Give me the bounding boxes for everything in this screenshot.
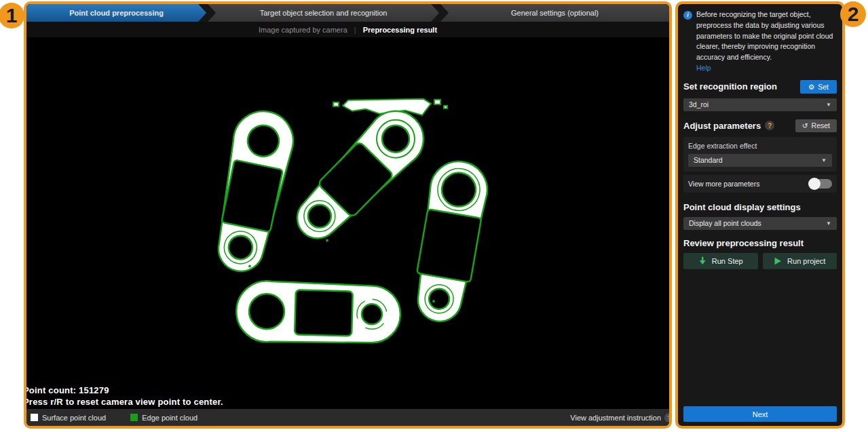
point-cloud-canvas[interactable]	[26, 37, 669, 409]
chevron-down-icon: ▼	[826, 220, 831, 227]
run-step-button[interactable]: Run Step	[683, 253, 758, 269]
callout-badge-2: 2	[840, 1, 866, 27]
point-cloud-part-4	[235, 280, 401, 345]
view-adjustment-label[interactable]: View adjustment instruction	[570, 414, 661, 422]
subtab-separator: |	[354, 26, 356, 34]
reset-button-label: Reset	[812, 121, 830, 130]
roi-dropdown-value: 3d_roi	[689, 100, 709, 109]
run-step-icon	[698, 256, 706, 265]
next-button[interactable]: Next	[683, 406, 837, 422]
view-subtabs: Image captured by camera | Preprocessing…	[26, 22, 669, 37]
info-banner: i Before recognizing the target object, …	[683, 9, 837, 63]
point-cloud-part-2	[284, 100, 435, 252]
chevron-down-icon: ▼	[821, 157, 827, 163]
reset-hint-text: Press r/R to reset camera view point to …	[26, 396, 223, 408]
info-text: Before recognizing the target object, pr…	[696, 9, 837, 63]
point-cloud-viewport[interactable]: Point count: 151279 Press r/R to reset c…	[26, 37, 669, 409]
edge-color-swatch	[130, 414, 138, 421]
subtab-preprocessing-result[interactable]: Preprocessing result	[363, 26, 437, 34]
subtab-image-captured[interactable]: Image captured by camera	[259, 26, 347, 34]
main-region-frame: Point cloud preprocessing Target object …	[24, 1, 672, 429]
run-step-label: Run Step	[712, 257, 743, 265]
display-settings-value: Display all point clouds	[689, 219, 761, 227]
legend-surface-label: Surface point cloud	[42, 414, 106, 422]
question-badge-icon[interactable]: ?	[765, 121, 774, 130]
set-button[interactable]: ⚙ Set	[800, 80, 837, 94]
adjust-parameters-heading: Adjust parameters ?	[683, 121, 774, 131]
review-result-heading: Review preprocessing result	[683, 238, 804, 248]
view-more-parameters-toggle[interactable]	[809, 179, 832, 189]
display-settings-dropdown[interactable]: Display all point clouds ▼	[683, 217, 837, 230]
help-link[interactable]: Help	[696, 64, 837, 72]
legend-surface-point-cloud: Surface point cloud	[31, 414, 106, 422]
legend-edge-point-cloud: Edge point cloud	[130, 414, 197, 422]
callout-badge-1: 1	[0, 3, 24, 28]
point-cloud-part-1	[207, 106, 299, 277]
legend-edge-label: Edge point cloud	[142, 414, 197, 422]
edge-extraction-value: Standard	[694, 156, 723, 164]
surface-color-swatch	[31, 414, 38, 421]
run-project-button[interactable]: Run project	[763, 253, 837, 269]
point-count-text: Point count: 151279	[26, 385, 223, 396]
info-icon: i	[683, 11, 692, 20]
view-more-parameters-label: View more parameters	[688, 180, 759, 188]
roi-dropdown[interactable]: 3d_roi ▼	[683, 98, 837, 111]
run-project-label: Run project	[787, 257, 825, 265]
chevron-down-icon: ▼	[826, 102, 831, 108]
reset-button[interactable]: ↺ Reset	[795, 119, 837, 132]
point-cloud-display-heading: Point cloud display settings	[683, 202, 801, 212]
adjust-parameters-label: Adjust parameters	[683, 121, 761, 131]
tab-general-settings[interactable]: General settings (optional)	[440, 4, 669, 22]
view-adjustment-instruction-link[interactable]: View adjustment instruction ?	[570, 413, 669, 423]
viewer-status-text: Point count: 151279 Press r/R to reset c…	[26, 385, 223, 408]
toggle-knob	[808, 178, 820, 190]
viewer-legend-bar: Surface point cloud Edge point cloud Vie…	[26, 409, 669, 426]
play-icon	[774, 257, 782, 265]
set-recognition-region-heading: Set recognition region	[683, 81, 777, 92]
settings-panel-frame: i Before recognizing the target object, …	[675, 1, 845, 429]
undo-icon: ↺	[802, 121, 808, 130]
edge-extraction-group: Edge extraction effect Standard ▼	[683, 137, 837, 172]
edge-extraction-label: Edge extraction effect	[688, 142, 832, 150]
wizard-step-tabbar: Point cloud preprocessing Target object …	[26, 4, 669, 22]
set-button-label: Set	[818, 83, 829, 91]
view-more-parameters-row: View more parameters	[683, 175, 837, 193]
tab-target-object-selection[interactable]: Target object selection and recognition	[208, 4, 439, 22]
edge-extraction-dropdown[interactable]: Standard ▼	[688, 154, 832, 167]
gear-icon: ⚙	[808, 83, 814, 91]
point-cloud-part-3	[408, 157, 491, 326]
tab-point-cloud-preprocessing[interactable]: Point cloud preprocessing	[26, 4, 206, 22]
help-circle-icon[interactable]: ?	[664, 413, 672, 423]
